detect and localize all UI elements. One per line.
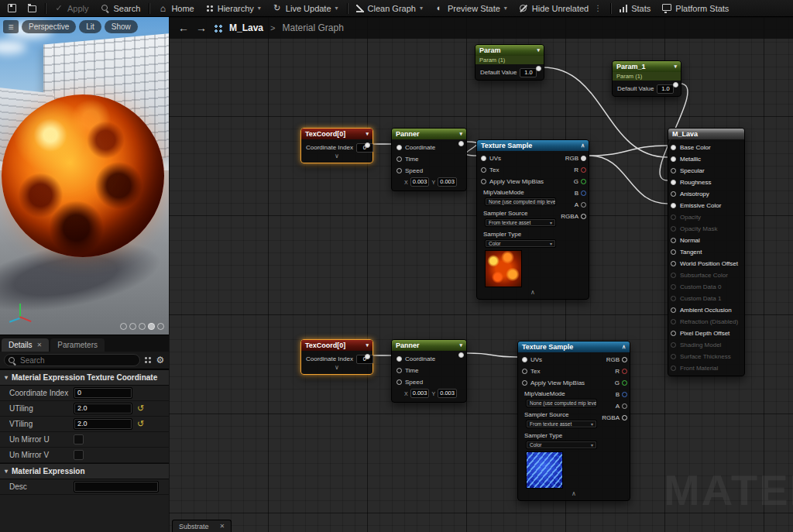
lit-button[interactable]: Lit (79, 20, 101, 33)
input-pin-refraction-disabled[interactable] (671, 319, 676, 324)
input-pin-apply-view-mipbias[interactable] (522, 380, 527, 386)
input-pin-specular[interactable] (671, 168, 676, 173)
chevron-down-icon[interactable]: ▾ (459, 342, 462, 348)
vtiling-field[interactable]: 2.0 (74, 418, 132, 430)
node-m-lava[interactable]: M_LavaBase ColorMetallicSpecularRoughnes… (668, 128, 745, 376)
input-pin-coordinate[interactable] (396, 356, 402, 362)
chevron-down-icon[interactable]: ▾ (537, 47, 540, 53)
collapse-toggle[interactable]: ∧ (477, 290, 589, 297)
nav-dot[interactable] (157, 323, 164, 330)
node-texture-sample-2-header[interactable]: Texture Sample∧ (518, 342, 630, 352)
kebab-menu-icon[interactable]: ⋮ (594, 4, 602, 12)
output-pin-a[interactable] (622, 403, 627, 409)
section-header-material-expression[interactable]: ▾Material Expression (0, 463, 169, 479)
node-param-1[interactable]: Param_1▾Param (1)Default Value1.0 (612, 60, 681, 97)
node-panner-2[interactable]: Panner▾CoordinateTimeSpeedX0.003Y0.003 (391, 339, 467, 403)
output-pin[interactable] (365, 354, 370, 359)
nav-dot[interactable] (148, 323, 155, 330)
input-pin-normal[interactable] (671, 238, 676, 243)
home-button[interactable]: Home (153, 1, 199, 16)
output-pin[interactable] (673, 82, 678, 88)
nav-dot[interactable] (139, 323, 146, 330)
collapse-up-icon[interactable]: ∧ (581, 142, 585, 149)
input-pin-pixel-depth-offset[interactable] (671, 331, 676, 336)
node-texcoord-2[interactable]: TexCoord[0]▾Coordinate Index0∨ (300, 339, 373, 375)
node-param-header[interactable]: Param▾ (475, 45, 544, 56)
platform-stats-button[interactable]: Platform Stats (657, 1, 734, 16)
un-mirror-u-checkbox[interactable] (74, 434, 84, 444)
reset-to-default-icon[interactable]: ↺ (137, 419, 144, 429)
output-pin-r[interactable] (622, 369, 627, 374)
close-icon[interactable]: ✕ (220, 523, 225, 530)
speed-x-value[interactable]: 0.003 (410, 389, 430, 398)
node-panner-1-header[interactable]: Panner▾ (392, 129, 466, 139)
input-pin-tangent[interactable] (671, 249, 676, 255)
tab-details[interactable]: Details✕ (2, 338, 49, 352)
output-pin-b[interactable] (581, 190, 586, 196)
input-pin-time[interactable] (396, 156, 402, 162)
output-pin-rgb[interactable] (622, 357, 627, 362)
nav-dot[interactable] (129, 323, 136, 330)
save-button[interactable] (2, 1, 22, 16)
chevron-down-icon[interactable]: ▾ (674, 63, 677, 70)
output-pin-rgb[interactable] (581, 156, 586, 161)
speed-y-value[interactable]: 0.003 (438, 389, 457, 398)
close-icon[interactable]: ✕ (37, 342, 43, 348)
node-m-lava-header[interactable]: M_Lava (668, 129, 744, 139)
speed-y-value[interactable]: 0.003 (438, 177, 457, 187)
node-texture-sample-1[interactable]: Texture Sample∧UVsTexApply View MipBiasM… (476, 139, 589, 300)
output-pin-r[interactable] (581, 167, 586, 173)
viewport-menu-button[interactable] (3, 20, 19, 33)
node-panner-1[interactable]: Panner▾CoordinateTimeSpeedX0.003Y0.003 (391, 128, 467, 191)
input-pin-custom-data-1[interactable] (671, 296, 676, 301)
hide-unrelated-button[interactable]: Hide Unrelated⋮ (513, 1, 607, 16)
output-pin[interactable] (536, 66, 541, 71)
tab-parameters[interactable]: Parameters (50, 338, 105, 352)
nav-dot[interactable] (120, 323, 127, 330)
input-pin-speed[interactable] (396, 168, 402, 173)
output-pin[interactable] (458, 141, 464, 146)
utiling-field[interactable]: 2.0 (74, 403, 132, 414)
chevron-down-icon[interactable]: ▾ (366, 342, 369, 348)
hierarchy-button[interactable]: Hierarchy▾ (201, 1, 266, 16)
input-pin-emissive-color[interactable] (671, 203, 676, 208)
preview-state-button[interactable]: Preview State▾ (429, 1, 513, 16)
output-pin-g[interactable] (581, 179, 586, 184)
view-options-icon[interactable] (144, 356, 152, 364)
input-pin-base-color[interactable] (671, 145, 676, 150)
node-param-1-header[interactable]: Param_1▾ (613, 61, 681, 72)
node-texcoord-1-header[interactable]: TexCoord[0]▾ (301, 129, 372, 139)
input-pin-subsurface-color[interactable] (671, 273, 676, 278)
live-update-button[interactable]: Live Update▾ (267, 1, 344, 16)
output-pin-rgba[interactable] (622, 415, 627, 420)
default-value-value[interactable]: 1.0 (657, 84, 674, 94)
node-texcoord-2-header[interactable]: TexCoord[0]▾ (301, 340, 372, 351)
substrate-tab[interactable]: Substrate ✕ (172, 520, 232, 532)
input-pin-uvs[interactable] (481, 156, 486, 161)
none-use-computed-mip-level-dropdown[interactable]: None (use computed mip level)▾ (485, 197, 556, 206)
none-use-computed-mip-level-dropdown[interactable]: None (use computed mip level)▾ (526, 399, 597, 407)
desc-field[interactable] (74, 481, 159, 493)
input-pin-time[interactable] (396, 368, 402, 373)
output-pin[interactable] (458, 352, 464, 358)
output-pin-rgba[interactable] (581, 214, 586, 219)
default-value-value[interactable]: 1.0 (520, 68, 537, 77)
input-pin-tex[interactable] (522, 369, 527, 374)
perspective-button[interactable]: Perspective (22, 20, 76, 33)
input-pin-surface-thickness[interactable] (671, 354, 676, 359)
input-pin-apply-view-mipbias[interactable] (481, 179, 486, 184)
node-texture-sample-2[interactable]: Texture Sample∧UVsTexApply View MipBiasM… (517, 341, 630, 501)
input-pin-metallic[interactable] (671, 156, 676, 162)
apply-button[interactable]: Apply (49, 1, 94, 16)
from-texture-asset-dropdown[interactable]: From texture asset▾ (485, 218, 556, 227)
input-pin-ambient-occlusion[interactable] (671, 307, 676, 313)
node-texcoord-1[interactable]: TexCoord[0]▾Coordinate Index0∨ (300, 128, 373, 163)
stats-button[interactable]: Stats (614, 1, 656, 16)
color-dropdown[interactable]: Color▾ (485, 239, 556, 248)
from-texture-asset-dropdown[interactable]: From texture asset▾ (526, 420, 597, 428)
output-pin-g[interactable] (622, 380, 627, 386)
input-pin-uvs[interactable] (522, 357, 527, 362)
details-search-input[interactable] (4, 354, 140, 366)
search-button[interactable]: Search (95, 1, 146, 16)
chevron-down-icon[interactable]: ▾ (459, 131, 462, 137)
